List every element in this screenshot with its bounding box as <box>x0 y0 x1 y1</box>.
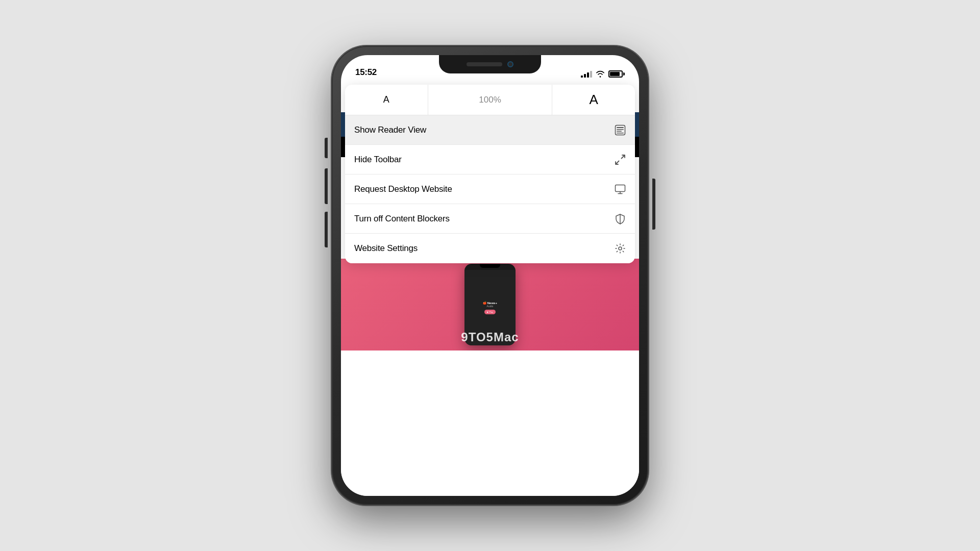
phone-screen: 15:52 <box>341 55 639 496</box>
hide-toolbar-label: Hide Toolbar <box>354 155 402 165</box>
svg-rect-3 <box>617 129 624 130</box>
menu-item-show-reader-view[interactable]: Show Reader View <box>345 115 635 145</box>
menu-item-request-desktop[interactable]: Request Desktop Website <box>345 174 635 204</box>
font-size-row: A 100% A <box>345 85 635 115</box>
website-settings-label: Website Settings <box>354 243 418 254</box>
menu-item-content-blockers[interactable]: Turn off Content Blockers <box>345 204 635 234</box>
font-percent-display: 100% <box>428 85 553 115</box>
page-background: 15:52 <box>0 0 980 551</box>
font-increase-button[interactable]: A <box>552 85 635 115</box>
request-desktop-label: Request Desktop Website <box>354 184 452 194</box>
font-large-label: A <box>589 92 598 108</box>
notch <box>439 55 541 73</box>
shield-icon <box>615 213 626 224</box>
volume-up-button <box>325 168 328 204</box>
volume-down-button <box>325 212 328 247</box>
dropdown-menu-overlay: A 100% A Show Reader View <box>341 85 639 496</box>
front-camera <box>507 61 513 67</box>
svg-rect-2 <box>617 127 624 128</box>
menu-item-hide-toolbar[interactable]: Hide Toolbar <box>345 145 635 174</box>
notch-speaker <box>467 62 502 66</box>
menu-item-website-settings[interactable]: Website Settings <box>345 234 635 263</box>
wifi-icon <box>596 70 605 78</box>
font-percent-value: 100% <box>479 95 501 105</box>
svg-point-7 <box>619 247 622 250</box>
volume-mute-button <box>325 138 328 158</box>
font-decrease-button[interactable]: A <box>345 85 428 115</box>
content-blockers-label: Turn off Content Blockers <box>354 214 450 224</box>
resize-icon <box>615 154 626 165</box>
reader-view-icon <box>615 124 626 136</box>
svg-rect-5 <box>617 133 624 134</box>
svg-rect-1 <box>616 125 625 135</box>
svg-rect-6 <box>616 185 625 191</box>
phone-device: 15:52 <box>332 46 648 505</box>
svg-rect-4 <box>617 131 622 132</box>
show-reader-view-label: Show Reader View <box>354 125 426 135</box>
status-time: 15:52 <box>355 67 377 78</box>
signal-icon <box>581 71 592 78</box>
status-icons <box>581 70 625 78</box>
font-small-label: A <box>383 94 389 105</box>
font-picker[interactable]: A 100% A Show Reader View <box>345 85 635 263</box>
gear-icon <box>615 243 626 254</box>
battery-icon <box>608 70 625 78</box>
monitor-icon <box>615 184 626 195</box>
power-button <box>652 179 655 230</box>
